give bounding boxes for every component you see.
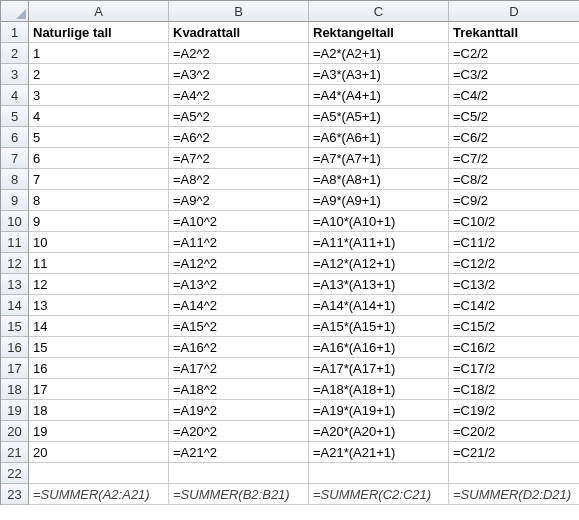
cell-D17[interactable]: =C17/2 xyxy=(449,358,579,379)
row-header-2[interactable]: 2 xyxy=(1,43,29,64)
cell-B4[interactable]: =A4^2 xyxy=(169,85,309,106)
cell-D19[interactable]: =C19/2 xyxy=(449,400,579,421)
cell-B14[interactable]: =A14^2 xyxy=(169,295,309,316)
cell-A2[interactable]: 1 xyxy=(29,43,169,64)
cell-B6[interactable]: =A6^2 xyxy=(169,127,309,148)
cell-A14[interactable]: 13 xyxy=(29,295,169,316)
cell-D3[interactable]: =C3/2 xyxy=(449,64,579,85)
cell-C7[interactable]: =A7*(A7+1) xyxy=(309,148,449,169)
col-header-c[interactable]: C xyxy=(309,1,449,22)
cell-D2[interactable]: =C2/2 xyxy=(449,43,579,64)
row-header-14[interactable]: 14 xyxy=(1,295,29,316)
cell-B2[interactable]: =A2^2 xyxy=(169,43,309,64)
cell-D18[interactable]: =C18/2 xyxy=(449,379,579,400)
cell-C9[interactable]: =A9*(A9+1) xyxy=(309,190,449,211)
cell-C19[interactable]: =A19*(A19+1) xyxy=(309,400,449,421)
row-header-10[interactable]: 10 xyxy=(1,211,29,232)
cell-A7[interactable]: 6 xyxy=(29,148,169,169)
cell-B19[interactable]: =A19^2 xyxy=(169,400,309,421)
row-header-22[interactable]: 22 xyxy=(1,463,29,484)
cell-B20[interactable]: =A20^2 xyxy=(169,421,309,442)
spreadsheet-grid[interactable]: A B C D 1Naturlige tallKvadrattallRektan… xyxy=(0,0,579,505)
row-header-16[interactable]: 16 xyxy=(1,337,29,358)
row-header-20[interactable]: 20 xyxy=(1,421,29,442)
col-header-b[interactable]: B xyxy=(169,1,309,22)
cell-D20[interactable]: =C20/2 xyxy=(449,421,579,442)
cell-D10[interactable]: =C10/2 xyxy=(449,211,579,232)
cell-C16[interactable]: =A16*(A16+1) xyxy=(309,337,449,358)
row-header-3[interactable]: 3 xyxy=(1,64,29,85)
cell-A19[interactable]: 18 xyxy=(29,400,169,421)
cell-D14[interactable]: =C14/2 xyxy=(449,295,579,316)
cell-D22[interactable] xyxy=(449,463,579,484)
cell-C15[interactable]: =A15*(A15+1) xyxy=(309,316,449,337)
cell-A20[interactable]: 19 xyxy=(29,421,169,442)
row-header-12[interactable]: 12 xyxy=(1,253,29,274)
cell-A9[interactable]: 8 xyxy=(29,190,169,211)
cell-B7[interactable]: =A7^2 xyxy=(169,148,309,169)
cell-C10[interactable]: =A10*(A10+1) xyxy=(309,211,449,232)
cell-B11[interactable]: =A11^2 xyxy=(169,232,309,253)
cell-C17[interactable]: =A17*(A17+1) xyxy=(309,358,449,379)
cell-A17[interactable]: 16 xyxy=(29,358,169,379)
cell-C20[interactable]: =A20*(A20+1) xyxy=(309,421,449,442)
cell-B15[interactable]: =A15^2 xyxy=(169,316,309,337)
cell-A6[interactable]: 5 xyxy=(29,127,169,148)
cell-C6[interactable]: =A6*(A6+1) xyxy=(309,127,449,148)
row-header-1[interactable]: 1 xyxy=(1,22,29,43)
cell-B8[interactable]: =A8^2 xyxy=(169,169,309,190)
cell-D11[interactable]: =C11/2 xyxy=(449,232,579,253)
cell-B22[interactable] xyxy=(169,463,309,484)
cell-C5[interactable]: =A5*(A5+1) xyxy=(309,106,449,127)
cell-A11[interactable]: 10 xyxy=(29,232,169,253)
row-header-7[interactable]: 7 xyxy=(1,148,29,169)
row-header-9[interactable]: 9 xyxy=(1,190,29,211)
cell-C11[interactable]: =A11*(A11+1) xyxy=(309,232,449,253)
cell-C18[interactable]: =A18*(A18+1) xyxy=(309,379,449,400)
cell-C3[interactable]: =A3*(A3+1) xyxy=(309,64,449,85)
row-header-18[interactable]: 18 xyxy=(1,379,29,400)
cell-C23[interactable]: =SUMMER(C2:C21) xyxy=(309,484,449,505)
cell-D6[interactable]: =C6/2 xyxy=(449,127,579,148)
cell-D13[interactable]: =C13/2 xyxy=(449,274,579,295)
cell-A18[interactable]: 17 xyxy=(29,379,169,400)
cell-A22[interactable] xyxy=(29,463,169,484)
cell-B17[interactable]: =A17^2 xyxy=(169,358,309,379)
cell-D7[interactable]: =C7/2 xyxy=(449,148,579,169)
select-all-corner[interactable] xyxy=(1,1,29,22)
cell-D8[interactable]: =C8/2 xyxy=(449,169,579,190)
cell-D9[interactable]: =C9/2 xyxy=(449,190,579,211)
cell-A16[interactable]: 15 xyxy=(29,337,169,358)
cell-A12[interactable]: 11 xyxy=(29,253,169,274)
cell-B12[interactable]: =A12^2 xyxy=(169,253,309,274)
cell-B1[interactable]: Kvadrattall xyxy=(169,22,309,43)
cell-B23[interactable]: =SUMMER(B2:B21) xyxy=(169,484,309,505)
row-header-4[interactable]: 4 xyxy=(1,85,29,106)
cell-B18[interactable]: =A18^2 xyxy=(169,379,309,400)
cell-A21[interactable]: 20 xyxy=(29,442,169,463)
cell-C4[interactable]: =A4*(A4+1) xyxy=(309,85,449,106)
cell-A23[interactable]: =SUMMER(A2:A21) xyxy=(29,484,169,505)
row-header-11[interactable]: 11 xyxy=(1,232,29,253)
row-header-5[interactable]: 5 xyxy=(1,106,29,127)
cell-B9[interactable]: =A9^2 xyxy=(169,190,309,211)
cell-A3[interactable]: 2 xyxy=(29,64,169,85)
cell-C22[interactable] xyxy=(309,463,449,484)
cell-C8[interactable]: =A8*(A8+1) xyxy=(309,169,449,190)
cell-A5[interactable]: 4 xyxy=(29,106,169,127)
row-header-8[interactable]: 8 xyxy=(1,169,29,190)
cell-D23[interactable]: =SUMMER(D2:D21) xyxy=(449,484,579,505)
cell-D16[interactable]: =C16/2 xyxy=(449,337,579,358)
row-header-13[interactable]: 13 xyxy=(1,274,29,295)
cell-A8[interactable]: 7 xyxy=(29,169,169,190)
cell-D21[interactable]: =C21/2 xyxy=(449,442,579,463)
row-header-17[interactable]: 17 xyxy=(1,358,29,379)
row-header-15[interactable]: 15 xyxy=(1,316,29,337)
cell-D4[interactable]: =C4/2 xyxy=(449,85,579,106)
cell-A13[interactable]: 12 xyxy=(29,274,169,295)
col-header-a[interactable]: A xyxy=(29,1,169,22)
cell-A15[interactable]: 14 xyxy=(29,316,169,337)
row-header-19[interactable]: 19 xyxy=(1,400,29,421)
cell-C14[interactable]: =A14*(A14+1) xyxy=(309,295,449,316)
cell-A4[interactable]: 3 xyxy=(29,85,169,106)
